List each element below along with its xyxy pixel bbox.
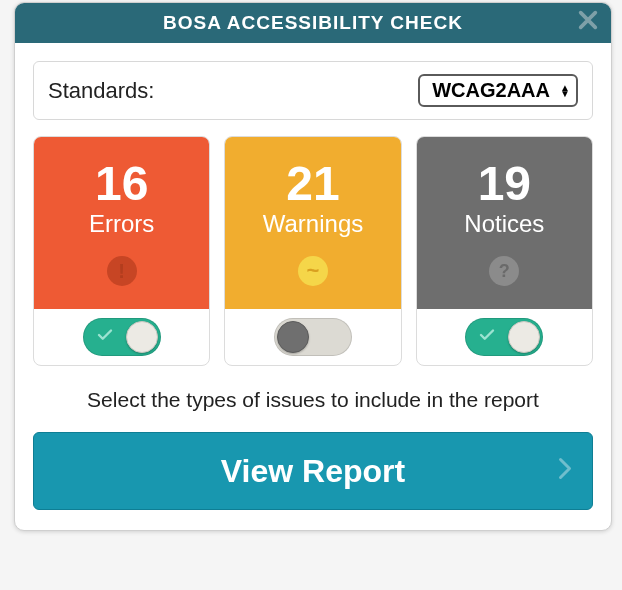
errors-label: Errors (89, 210, 154, 238)
errors-toggle[interactable] (83, 318, 161, 356)
issue-cards: 16 Errors ! 21 Warnings ~ (15, 130, 611, 366)
warnings-toggle[interactable] (274, 318, 352, 356)
instruction-text: Select the types of issues to include in… (33, 388, 593, 412)
notices-toggle[interactable] (465, 318, 543, 356)
notices-card-top: 19 Notices ? (417, 137, 592, 309)
standards-row: Standards: WCAG2AAA ▲▼ (33, 61, 593, 120)
standards-selected-value: WCAG2AAA (432, 79, 550, 101)
warnings-card: 21 Warnings ~ (224, 136, 401, 366)
accessibility-check-panel: BOSA ACCESSIBILITY CHECK Standards: WCAG… (14, 2, 612, 531)
errors-toggle-row (34, 309, 209, 365)
toggle-knob (126, 321, 158, 353)
chevron-right-icon (556, 453, 574, 490)
exclamation-icon: ! (107, 256, 137, 286)
warnings-toggle-row (225, 309, 400, 365)
warnings-count: 21 (286, 160, 339, 208)
question-icon: ? (489, 256, 519, 286)
toggle-knob (277, 321, 309, 353)
warnings-label: Warnings (263, 210, 363, 238)
view-report-button[interactable]: View Report (33, 432, 593, 510)
toggle-knob (508, 321, 540, 353)
tilde-icon: ~ (298, 256, 328, 286)
standards-label: Standards: (48, 78, 154, 104)
notices-toggle-row (417, 309, 592, 365)
notices-label: Notices (464, 210, 544, 238)
check-icon (96, 326, 114, 348)
errors-card-top: 16 Errors ! (34, 137, 209, 309)
notices-card: 19 Notices ? (416, 136, 593, 366)
view-report-label: View Report (221, 453, 405, 490)
panel-title: BOSA ACCESSIBILITY CHECK (163, 12, 463, 34)
close-icon (577, 9, 599, 36)
notices-count: 19 (478, 160, 531, 208)
standards-select[interactable]: WCAG2AAA ▲▼ (418, 74, 578, 107)
errors-card: 16 Errors ! (33, 136, 210, 366)
titlebar: BOSA ACCESSIBILITY CHECK (15, 3, 611, 43)
warnings-card-top: 21 Warnings ~ (225, 137, 400, 309)
close-button[interactable] (573, 7, 603, 37)
select-arrows-icon: ▲▼ (560, 85, 570, 97)
errors-count: 16 (95, 160, 148, 208)
check-icon (478, 326, 496, 348)
